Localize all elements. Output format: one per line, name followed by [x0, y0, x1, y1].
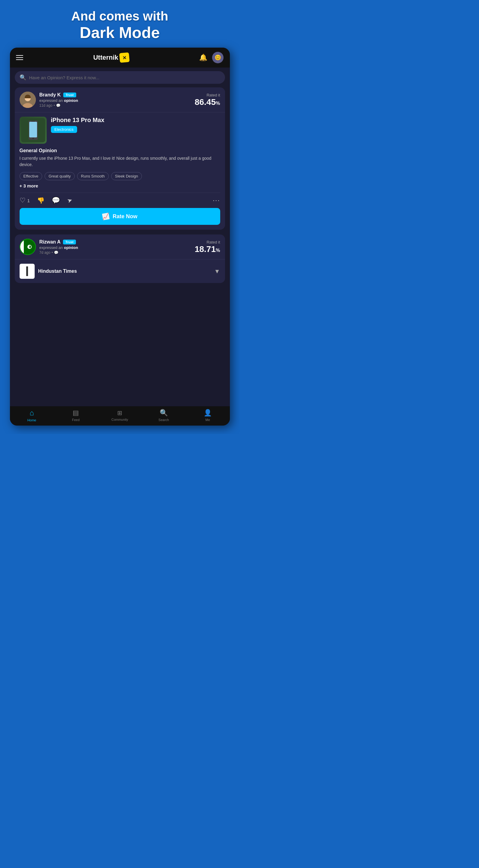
- chat-icon-1: 💬: [56, 103, 61, 107]
- opinion-text-1: General Opinion I currently use the iPho…: [15, 148, 225, 172]
- logo-text: Utternik: [93, 54, 118, 61]
- hindustan-thumb: [20, 264, 35, 279]
- avatar-img-1: [20, 92, 36, 108]
- product-image-1: [20, 117, 47, 144]
- community-icon: ⊞: [117, 409, 122, 416]
- dislike-button-1[interactable]: 👎: [37, 197, 44, 204]
- tab-me-label: Me: [205, 418, 210, 422]
- svg-rect-9: [20, 239, 24, 254]
- product-name-1: iPhone 13 Pro Max: [51, 117, 104, 124]
- opinion-card-1: Brandy K Trust expressed an opinion 11d …: [15, 87, 225, 230]
- user-name-2: Rizwan A: [39, 239, 61, 245]
- feed: Brandy K Trust expressed an opinion 11d …: [10, 87, 230, 426]
- tab-feed-label: Feed: [72, 418, 79, 422]
- category-badge-1: Electronics: [51, 126, 77, 133]
- expressed-1: expressed an opinion: [39, 98, 78, 103]
- promo-line1: And comes with: [6, 9, 233, 24]
- rate-now-button-1[interactable]: 📈 Rate Now: [20, 208, 220, 225]
- user-avatar-1: [20, 92, 36, 108]
- heart-icon-1: ♡: [20, 196, 26, 204]
- hindustan-section: Hindustan Times ▼: [15, 259, 225, 283]
- time-row-1: 11d ago • 💬: [39, 103, 78, 107]
- tag-great-quality[interactable]: Great quality: [44, 172, 75, 180]
- user-avatar-2: [20, 239, 36, 255]
- me-icon: 👤: [204, 409, 212, 417]
- nav-right: 🔔 😊: [199, 52, 224, 63]
- rated-value-2: 18.71%: [195, 244, 220, 254]
- card-header-2: Rizwan A Trust expressed an opinion 7d a…: [15, 235, 225, 259]
- svg-point-6: [32, 138, 34, 139]
- nav-bar: Utternik ✕ 🔔 😊: [10, 48, 230, 67]
- tab-bar: ⌂ Home ▤ Feed ⊞ Community 🔍 Search 👤 Me: [10, 406, 230, 426]
- user-name-row-1: Brandy K Trust: [39, 92, 78, 98]
- trust-badge-1: Trust: [63, 93, 76, 97]
- hindustan-name: Hindustan Times: [38, 269, 77, 274]
- tab-community[interactable]: ⊞ Community: [98, 409, 142, 421]
- send-icon-1: ➤: [66, 196, 73, 205]
- card-header-1: Brandy K Trust expressed an opinion 11d …: [15, 87, 225, 113]
- search-tab-icon: 🔍: [160, 409, 168, 417]
- tab-feed[interactable]: ▤ Feed: [54, 409, 98, 422]
- card-header-right-2: Rated it 18.71%: [195, 240, 220, 254]
- user-name-row-2: Rizwan A Trust: [39, 239, 78, 245]
- comment-button-1[interactable]: 💬: [52, 196, 60, 204]
- promo-line2: Dark Mode: [6, 24, 233, 41]
- pak-avatar: [20, 239, 36, 255]
- search-input[interactable]: [29, 75, 220, 80]
- tag-effective[interactable]: Effective: [20, 172, 42, 180]
- hamburger-menu[interactable]: [16, 55, 23, 60]
- opinion-body-1: I currently use the iPhone 13 Pro Max, a…: [20, 155, 220, 168]
- opinion-title-1: General Opinion: [20, 148, 220, 153]
- card-header-left-2: Rizwan A Trust expressed an opinion 7d a…: [20, 239, 78, 255]
- share-button-1[interactable]: ➤: [67, 197, 72, 204]
- card-header-left-1: Brandy K Trust expressed an opinion 11d …: [20, 92, 78, 108]
- expressed-2: expressed an opinion: [39, 245, 78, 250]
- card-header-right-1: Rated it 86.45%: [195, 93, 220, 107]
- like-button-1[interactable]: ♡ 1: [20, 196, 30, 204]
- tab-search[interactable]: 🔍 Search: [142, 409, 186, 422]
- bell-icon[interactable]: 🔔: [199, 54, 207, 61]
- rated-value-1: 86.45%: [195, 97, 220, 107]
- comment-icon-1: 💬: [52, 196, 60, 204]
- tab-home[interactable]: ⌂ Home: [10, 409, 54, 422]
- chat-icon-2: 💬: [54, 250, 59, 255]
- home-icon: ⌂: [30, 409, 34, 417]
- user-name-1: Brandy K: [39, 92, 61, 98]
- rate-icon-1: 📈: [101, 212, 110, 221]
- product-section-1: iPhone 13 Pro Max Electronics: [15, 113, 225, 148]
- feed-icon: ▤: [73, 409, 79, 417]
- tags-section-1: Effective Great quality Runs Smooth Slee…: [15, 172, 225, 183]
- tab-home-label: Home: [27, 418, 36, 422]
- phone-frame: Utternik ✕ 🔔 😊 🔍: [10, 48, 230, 426]
- product-details-1: iPhone 13 Pro Max Electronics: [51, 117, 104, 133]
- search-bar[interactable]: 🔍: [15, 71, 225, 84]
- tab-search-label: Search: [158, 418, 169, 422]
- search-icon: 🔍: [20, 74, 26, 81]
- user-info-1: Brandy K Trust expressed an opinion 11d …: [39, 92, 78, 107]
- thumbdown-icon-1: 👎: [37, 197, 44, 204]
- svg-rect-5: [29, 122, 37, 137]
- more-options-1[interactable]: ···: [213, 196, 220, 204]
- tab-me[interactable]: 👤 Me: [186, 409, 230, 422]
- time-row-2: 7d ago • 💬: [39, 250, 78, 255]
- opinion-card-2: Rizwan A Trust expressed an opinion 7d a…: [15, 235, 225, 283]
- search-bar-wrap: 🔍: [10, 67, 230, 87]
- app-logo: Utternik ✕: [93, 53, 129, 62]
- tag-sleek-design[interactable]: Sleek Design: [111, 172, 142, 180]
- more-tags-1[interactable]: + 3 more: [15, 183, 225, 193]
- logo-icon: ✕: [119, 53, 130, 63]
- tag-runs-smooth[interactable]: Runs Smooth: [77, 172, 109, 180]
- avatar[interactable]: 😊: [212, 52, 224, 63]
- trust-badge-2: Trust: [63, 240, 76, 244]
- promo-section: And comes with Dark Mode: [0, 0, 240, 48]
- tab-community-label: Community: [111, 418, 128, 421]
- user-info-2: Rizwan A Trust expressed an opinion 7d a…: [39, 239, 78, 255]
- chevron-down-icon[interactable]: ▼: [214, 268, 220, 275]
- action-row-1: ♡ 1 👎 💬 ➤ ···: [15, 193, 225, 208]
- hindustan-left: Hindustan Times: [20, 264, 77, 279]
- svg-rect-7: [31, 121, 35, 122]
- rate-now-label-1: Rate Now: [113, 213, 137, 220]
